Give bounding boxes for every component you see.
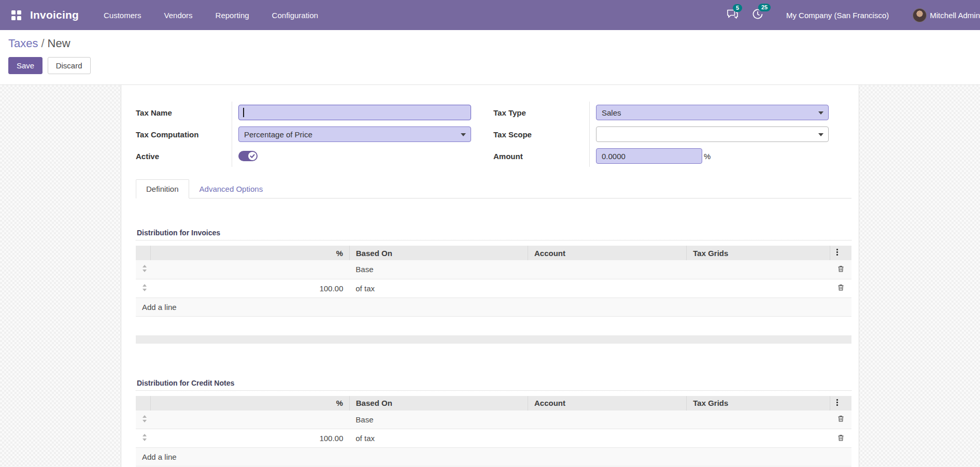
discard-button[interactable]: Discard [48, 57, 91, 74]
tax-type-select[interactable]: Sales [596, 105, 829, 120]
app-name[interactable]: Invoicing [30, 9, 79, 21]
amount-percent-suffix: % [704, 152, 711, 161]
tab-definition[interactable]: Definition [136, 179, 189, 199]
table-row[interactable]: Base [136, 411, 851, 429]
active-toggle[interactable] [238, 151, 258, 161]
breadcrumb: Taxes/New [8, 37, 972, 50]
apps-grid-icon[interactable] [7, 6, 25, 24]
invoice-distribution-section: Distribution for Invoices % Based On Acc… [136, 227, 851, 317]
messages-count-badge: 5 [733, 4, 742, 12]
messages-button[interactable]: 5 [727, 9, 738, 21]
tax-name-input[interactable] [238, 105, 471, 120]
add-a-line-row[interactable]: Add a line [136, 298, 851, 316]
tax-grids-cell[interactable] [687, 411, 830, 429]
navbar-right: 5 25 My Company (San Francisco) Mitchell… [727, 8, 980, 22]
menu-configuration[interactable]: Configuration [261, 6, 330, 25]
tax-scope-label: Tax Scope [493, 123, 590, 145]
menu-reporting[interactable]: Reporting [204, 6, 261, 25]
delete-row-button[interactable] [830, 429, 851, 448]
breadcrumb-current: New [48, 37, 70, 50]
credit-note-distribution-table: % Based On Account Tax Grids [136, 396, 851, 467]
amount-input[interactable] [596, 148, 702, 164]
add-a-line-link[interactable]: Add a line [136, 298, 851, 316]
tax-grids-cell[interactable] [687, 260, 830, 279]
content-background: Tax Name Tax Computation Percentage of P… [0, 85, 980, 467]
percent-cell[interactable] [150, 411, 349, 429]
add-a-line-link[interactable]: Add a line [136, 448, 851, 466]
tax-form-fields: Tax Name Tax Computation Percentage of P… [121, 102, 859, 167]
delete-row-button[interactable] [830, 260, 851, 279]
activities-button[interactable]: 25 [752, 8, 763, 22]
percent-cell[interactable] [150, 260, 349, 279]
drag-handle-icon[interactable] [136, 279, 150, 298]
credit-note-distribution-title: Distribution for Credit Notes [136, 377, 851, 391]
tab-advanced-options[interactable]: Advanced Options [189, 179, 274, 199]
notebook-tabs: Definition Advanced Options [136, 179, 851, 199]
account-cell[interactable] [528, 260, 687, 279]
chevron-down-icon [461, 133, 466, 136]
tax-name-label: Tax Name [136, 102, 232, 123]
main-menu: Customers Vendors Reporting Configuratio… [92, 6, 330, 25]
user-avatar [913, 8, 927, 22]
right-group: Tax Type Sales Tax Scope [493, 102, 829, 167]
tax-scope-select[interactable] [596, 126, 829, 142]
tax-name-row: Tax Name [136, 102, 471, 123]
account-cell[interactable] [528, 411, 687, 429]
amount-label: Amount [493, 145, 590, 167]
activities-count-badge: 25 [758, 4, 771, 11]
tax-computation-value: Percentage of Price [244, 130, 313, 139]
table-header-row: % Based On Account Tax Grids [136, 396, 851, 411]
percent-column-header: % [150, 246, 349, 260]
tax-grids-cell[interactable] [687, 429, 830, 448]
drag-handle-icon[interactable] [136, 260, 150, 279]
handle-column-header [136, 396, 150, 411]
tax-computation-row: Tax Computation Percentage of Price [136, 123, 471, 145]
delete-row-button[interactable] [830, 411, 851, 429]
tax-grids-column-header: Tax Grids [687, 396, 830, 411]
account-column-header: Account [528, 396, 687, 411]
based-on-cell[interactable]: Base [349, 260, 528, 279]
based-on-column-header: Based On [349, 246, 528, 260]
table-row[interactable]: 100.00 of tax [136, 279, 851, 298]
percent-cell[interactable]: 100.00 [150, 429, 349, 448]
percent-cell[interactable]: 100.00 [150, 279, 349, 298]
company-switcher[interactable]: My Company (San Francisco) [786, 11, 889, 20]
account-column-header: Account [528, 246, 687, 260]
menu-vendors[interactable]: Vendors [153, 6, 204, 25]
invoice-distribution-table: % Based On Account Tax Grids [136, 246, 851, 317]
invoice-distribution-title: Distribution for Invoices [136, 227, 851, 240]
form-sheet: Tax Name Tax Computation Percentage of P… [121, 85, 859, 467]
column-options-icon[interactable] [830, 246, 851, 260]
tax-computation-select[interactable]: Percentage of Price [238, 126, 471, 142]
delete-row-button[interactable] [830, 279, 851, 298]
user-menu[interactable]: Mitchell Admin [913, 8, 980, 22]
drag-handle-icon[interactable] [136, 411, 150, 429]
breadcrumb-taxes-link[interactable]: Taxes [8, 37, 38, 50]
based-on-cell[interactable]: of tax [349, 429, 528, 448]
credit-note-distribution-section: Distribution for Credit Notes % Based On… [136, 377, 851, 467]
table-row[interactable]: Base [136, 260, 851, 279]
active-row: Active [136, 145, 471, 167]
add-a-line-row[interactable]: Add a line [136, 448, 851, 466]
based-on-column-header: Based On [349, 396, 528, 411]
tax-type-label: Tax Type [493, 102, 590, 123]
breadcrumb-separator: / [41, 37, 44, 50]
menu-customers[interactable]: Customers [92, 6, 153, 25]
tax-grids-cell[interactable] [687, 279, 830, 298]
drag-handle-icon[interactable] [136, 429, 150, 448]
account-cell[interactable] [528, 429, 687, 448]
based-on-cell[interactable]: of tax [349, 279, 528, 298]
account-cell[interactable] [528, 279, 687, 298]
left-group: Tax Name Tax Computation Percentage of P… [136, 102, 471, 167]
tax-type-value: Sales [602, 108, 621, 117]
tax-type-row: Tax Type Sales [493, 102, 829, 123]
column-options-icon[interactable] [830, 396, 851, 411]
tax-scope-row: Tax Scope [493, 123, 829, 145]
button-box: Save Discard [8, 57, 972, 74]
top-navbar: Invoicing Customers Vendors Reporting Co… [0, 0, 980, 30]
tax-computation-label: Tax Computation [136, 123, 232, 145]
based-on-cell[interactable]: Base [349, 411, 528, 429]
save-button[interactable]: Save [8, 57, 42, 74]
tax-grids-column-header: Tax Grids [687, 246, 830, 260]
table-row[interactable]: 100.00 of tax [136, 429, 851, 448]
